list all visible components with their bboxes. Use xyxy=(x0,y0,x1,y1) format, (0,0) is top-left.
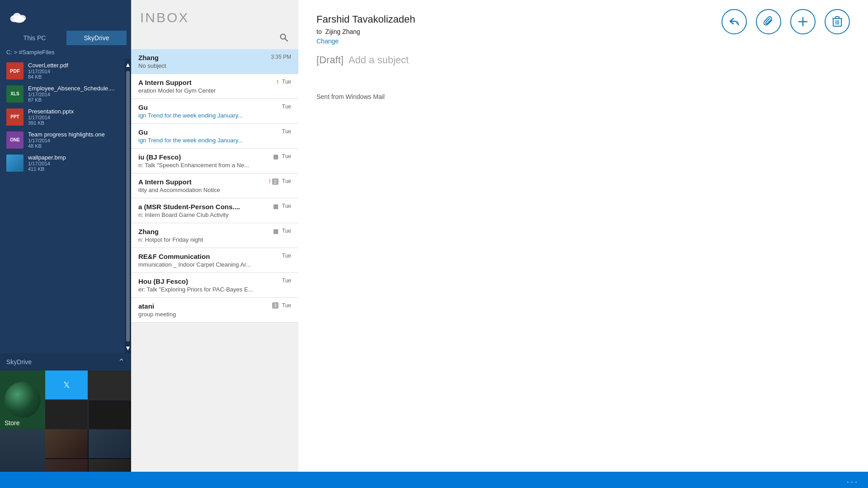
file-name: Employee_Absence_Schedule.... xyxy=(28,85,118,92)
email-item-header: a (MSR Student-Person Cons.... ▦ Tue xyxy=(138,203,291,211)
email-time: Tue xyxy=(282,277,291,284)
email-time: Tue xyxy=(282,302,291,309)
email-item-header: Zhang ▦ Tue xyxy=(138,228,291,235)
email-item[interactable]: Zhang ▦ Tue n: Hotpot for Friday night xyxy=(131,223,298,248)
breadcrumb: C: > #SampleFiles xyxy=(0,45,131,59)
email-sender: Zhang xyxy=(138,54,267,61)
file-scroll-section: PDF CoverLetter.pdf 1/17/201484 KB XLS E… xyxy=(0,59,131,353)
scroll-track: ▲ ▼ xyxy=(125,59,131,353)
calendar-icon: ▦ xyxy=(273,228,278,235)
skydrive-expand-icon: ⌃ xyxy=(118,357,125,367)
inbox-title: INBOX xyxy=(131,0,298,30)
toolbar xyxy=(722,9,850,34)
svg-rect-6 xyxy=(736,23,738,24)
email-subject: mmunication _ Indoor Carpet Cleaning Ar.… xyxy=(138,261,291,268)
email-item[interactable]: a (MSR Student-Person Cons.... ▦ Tue n: … xyxy=(131,198,298,223)
pdf-icon: PDF xyxy=(6,62,24,80)
email-item[interactable]: Zhang 3:35 PM No subject xyxy=(131,49,298,74)
delete-button[interactable] xyxy=(825,9,850,34)
news-sub-1 xyxy=(45,429,88,458)
list-item[interactable]: PDF CoverLetter.pdf 1/17/201484 KB xyxy=(4,59,121,82)
search-button[interactable] xyxy=(277,30,291,45)
store-tile-sub-3 xyxy=(45,400,88,429)
email-subject: n: Talk "Speech Enhancement from a Ne... xyxy=(138,162,291,169)
email-sender: Gu xyxy=(138,128,278,136)
file-meta: 1/17/2014411 KB xyxy=(28,161,118,172)
email-sender: A Intern Support xyxy=(138,79,277,86)
file-name: wallpaper.bmp xyxy=(28,154,118,161)
file-meta: 1/17/201487 KB xyxy=(28,92,118,103)
tabs-row: This PC SkyDrive xyxy=(0,31,131,45)
email-panel: INBOX Zhang 3:35 PM No subject xyxy=(131,0,298,488)
email-item[interactable]: RE&F Communication Tue mmunication _ Ind… xyxy=(131,248,298,273)
email-item[interactable]: A Intern Support ! Tue eration Model for… xyxy=(131,74,298,99)
email-subject: No subject xyxy=(138,62,291,69)
email-item[interactable]: Gu Tue ign Trend for the week ending Jan… xyxy=(131,124,298,149)
email-subject: group meeting xyxy=(138,311,291,318)
file-info: Presentation.pptx 1/17/2014391 KB xyxy=(28,108,118,126)
email-sender: iu (BJ Fesco) xyxy=(138,153,273,161)
email-time: Tue xyxy=(282,203,291,209)
email-item-header: RE&F Communication Tue xyxy=(138,253,291,260)
email-item-header: iu (BJ Fesco) ▦ Tue xyxy=(138,153,291,161)
list-item[interactable]: ONE Team progress highlights.one 1/17/20… xyxy=(4,128,121,151)
bottom-bar: ... xyxy=(0,472,868,488)
xlsx-icon: XLS xyxy=(6,85,24,103)
email-item[interactable]: Hou (BJ Fesco) Tue er: Talk "Exploring P… xyxy=(131,273,298,298)
file-info: Team progress highlights.one 1/17/201448… xyxy=(28,131,118,149)
priority-icon: ! xyxy=(277,79,278,85)
bmp-icon xyxy=(6,155,24,172)
email-sender: atani xyxy=(138,302,272,310)
store-tile[interactable]: 𝕏 Store xyxy=(0,371,131,429)
file-info: wallpaper.bmp 1/17/2014411 KB xyxy=(28,154,118,172)
attach-button[interactable] xyxy=(756,9,781,34)
skydrive-section-label[interactable]: SkyDrive ⌃ xyxy=(0,353,131,371)
email-sender: RE&F Communication xyxy=(138,253,278,260)
list-item[interactable]: PPT Presentation.pptx 1/17/2014391 KB xyxy=(4,105,121,128)
email-view: Farshid Tavakolizadeh to Zijing Zhang Ch… xyxy=(298,0,868,488)
count-badge: 3 xyxy=(272,302,278,309)
reply-button[interactable] xyxy=(722,9,747,34)
email-item[interactable]: atani 3 Tue group meeting xyxy=(131,298,298,323)
email-time: Tue xyxy=(282,103,291,110)
pptx-icon: PPT xyxy=(6,108,24,126)
email-subject: ility and Accommodation Notice xyxy=(138,187,291,193)
new-button[interactable] xyxy=(790,9,816,34)
email-item[interactable]: iu (BJ Fesco) ▦ Tue n: Talk "Speech Enha… xyxy=(131,149,298,174)
draft-label: [Draft] xyxy=(316,54,344,66)
email-item[interactable]: Gu Tue ign Trend for the week ending Jan… xyxy=(131,99,298,124)
email-sender: Hou (BJ Fesco) xyxy=(138,277,278,285)
email-item-header: atani 3 Tue xyxy=(138,302,291,310)
skydrive-logo xyxy=(9,8,27,26)
tab-thispc[interactable]: This PC xyxy=(5,31,65,45)
email-sender: Gu xyxy=(138,103,278,111)
file-info: CoverLetter.pdf 1/17/201484 KB xyxy=(28,62,118,80)
email-item-header: A Intern Support ! 2 Tue xyxy=(138,178,291,186)
email-item-header: Gu Tue xyxy=(138,128,291,136)
email-sender: a (MSR Student-Person Cons.... xyxy=(138,203,273,211)
email-time: Tue xyxy=(282,253,291,259)
email-item-header: Zhang 3:35 PM xyxy=(138,54,291,61)
store-tile-sub-4 xyxy=(89,400,131,429)
calendar-icon: ▦ xyxy=(273,153,278,160)
one-icon: ONE xyxy=(6,131,24,149)
email-item[interactable]: A Intern Support ! 2 Tue ility and Accom… xyxy=(131,174,298,198)
scroll-up-btn[interactable]: ▲ xyxy=(124,60,131,69)
add-subject-placeholder[interactable]: Add a subject xyxy=(349,54,409,66)
file-list: PDF CoverLetter.pdf 1/17/201484 KB XLS E… xyxy=(0,59,125,353)
list-item[interactable]: wallpaper.bmp 1/17/2014411 KB xyxy=(4,151,121,174)
scroll-down-btn[interactable]: ▼ xyxy=(124,343,131,352)
tab-skydrive[interactable]: SkyDrive xyxy=(66,31,127,45)
bottom-dots[interactable]: ... xyxy=(847,475,859,485)
list-item[interactable]: XLS Employee_Absence_Schedule.... 1/17/2… xyxy=(4,82,121,105)
email-time: Tue xyxy=(282,128,291,135)
email-time: Tue xyxy=(282,228,291,234)
store-tile-sub-2 xyxy=(89,371,131,399)
change-link[interactable]: Change xyxy=(316,38,339,45)
file-meta: 1/17/201484 KB xyxy=(28,69,118,80)
svg-line-5 xyxy=(285,39,288,42)
email-subject: ign Trend for the week ending January... xyxy=(138,112,291,119)
store-label: Store xyxy=(5,419,19,427)
file-info: Employee_Absence_Schedule.... 1/17/20148… xyxy=(28,85,118,103)
store-tile-sub-1: 𝕏 xyxy=(45,371,88,399)
